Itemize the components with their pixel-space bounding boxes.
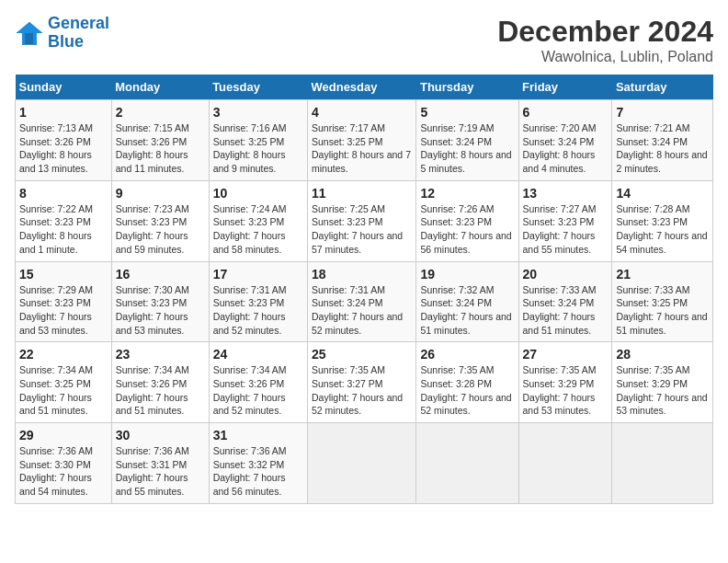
day-number: 26: [420, 347, 514, 362]
day-number: 6: [523, 105, 609, 120]
calendar-cell: 23 Sunrise: 7:34 AMSunset: 3:26 PMDaylig…: [111, 342, 209, 423]
day-info: Sunrise: 7:36 AMSunset: 3:31 PMDaylight:…: [116, 444, 205, 499]
day-number: 8: [19, 186, 108, 201]
day-number: 7: [616, 105, 709, 120]
day-info: Sunrise: 7:17 AMSunset: 3:25 PMDaylight:…: [312, 121, 412, 176]
day-number: 30: [116, 428, 205, 442]
day-info: Sunrise: 7:20 AMSunset: 3:24 PMDaylight:…: [523, 121, 609, 176]
day-number: 24: [213, 347, 303, 362]
calendar-cell: 15 Sunrise: 7:29 AMSunset: 3:23 PMDaylig…: [16, 261, 112, 342]
day-info: Sunrise: 7:28 AMSunset: 3:23 PMDaylight:…: [616, 202, 709, 257]
day-info: Sunrise: 7:35 AMSunset: 3:27 PMDaylight:…: [312, 363, 412, 418]
title-section: December 2024 Wawolnica, Lublin, Poland: [497, 15, 713, 65]
calendar-cell: 9 Sunrise: 7:23 AMSunset: 3:23 PMDayligh…: [111, 180, 209, 261]
calendar-cell: 4 Sunrise: 7:17 AMSunset: 3:25 PMDayligh…: [307, 100, 415, 181]
calendar-cell: 30 Sunrise: 7:36 AMSunset: 3:31 PMDaylig…: [111, 423, 209, 504]
day-info: Sunrise: 7:13 AMSunset: 3:26 PMDaylight:…: [19, 121, 108, 176]
logo-line1: General: [48, 14, 109, 32]
day-info: Sunrise: 7:26 AMSunset: 3:23 PMDaylight:…: [420, 202, 514, 257]
day-number: 5: [420, 105, 514, 120]
calendar-week-4: 22 Sunrise: 7:34 AMSunset: 3:25 PMDaylig…: [16, 342, 713, 423]
calendar-cell: 8 Sunrise: 7:22 AMSunset: 3:23 PMDayligh…: [16, 180, 112, 261]
day-number: 27: [523, 347, 609, 362]
weekday-header-friday: Friday: [518, 75, 612, 100]
day-info: Sunrise: 7:36 AMSunset: 3:32 PMDaylight:…: [213, 444, 303, 499]
calendar-cell: 5 Sunrise: 7:19 AMSunset: 3:24 PMDayligh…: [416, 100, 518, 181]
page-subtitle: Wawolnica, Lublin, Poland: [497, 49, 713, 65]
calendar-cell: 7 Sunrise: 7:21 AMSunset: 3:24 PMDayligh…: [612, 100, 713, 181]
weekday-header-row: SundayMondayTuesdayWednesdayThursdayFrid…: [16, 75, 713, 100]
calendar-week-2: 8 Sunrise: 7:22 AMSunset: 3:23 PMDayligh…: [16, 180, 713, 261]
day-info: Sunrise: 7:27 AMSunset: 3:23 PMDaylight:…: [523, 202, 609, 257]
calendar-cell: 17 Sunrise: 7:31 AMSunset: 3:23 PMDaylig…: [209, 261, 307, 342]
day-number: 22: [19, 347, 108, 362]
day-info: Sunrise: 7:32 AMSunset: 3:24 PMDaylight:…: [420, 283, 514, 338]
day-number: 23: [116, 347, 205, 362]
day-info: Sunrise: 7:24 AMSunset: 3:23 PMDaylight:…: [213, 202, 303, 257]
day-info: Sunrise: 7:25 AMSunset: 3:23 PMDaylight:…: [312, 202, 412, 257]
logo-icon: [15, 18, 44, 48]
day-number: 1: [19, 105, 108, 120]
calendar-cell: 6 Sunrise: 7:20 AMSunset: 3:24 PMDayligh…: [518, 100, 612, 181]
day-info: Sunrise: 7:29 AMSunset: 3:23 PMDaylight:…: [19, 283, 108, 338]
weekday-header-saturday: Saturday: [612, 75, 713, 100]
day-info: Sunrise: 7:35 AMSunset: 3:29 PMDaylight:…: [616, 363, 709, 418]
weekday-header-tuesday: Tuesday: [209, 75, 307, 100]
day-number: 10: [213, 186, 303, 201]
day-number: 4: [312, 105, 412, 120]
calendar-cell: 27 Sunrise: 7:35 AMSunset: 3:29 PMDaylig…: [518, 342, 612, 423]
calendar-cell: [518, 423, 612, 504]
day-number: 16: [116, 267, 205, 282]
calendar-cell: 16 Sunrise: 7:30 AMSunset: 3:23 PMDaylig…: [111, 261, 209, 342]
day-number: 2: [116, 105, 205, 120]
calendar-cell: [416, 423, 518, 504]
day-info: Sunrise: 7:19 AMSunset: 3:24 PMDaylight:…: [420, 121, 514, 176]
calendar-week-3: 15 Sunrise: 7:29 AMSunset: 3:23 PMDaylig…: [16, 261, 713, 342]
calendar-cell: 25 Sunrise: 7:35 AMSunset: 3:27 PMDaylig…: [307, 342, 415, 423]
weekday-header-wednesday: Wednesday: [307, 75, 415, 100]
calendar-table: SundayMondayTuesdayWednesdayThursdayFrid…: [15, 75, 713, 504]
day-number: 28: [616, 347, 709, 362]
calendar-week-5: 29 Sunrise: 7:36 AMSunset: 3:30 PMDaylig…: [16, 423, 713, 504]
calendar-cell: 22 Sunrise: 7:34 AMSunset: 3:25 PMDaylig…: [16, 342, 112, 423]
day-number: 11: [312, 186, 412, 201]
calendar-cell: 12 Sunrise: 7:26 AMSunset: 3:23 PMDaylig…: [416, 180, 518, 261]
page-title: December 2024: [497, 15, 713, 49]
calendar-cell: 3 Sunrise: 7:16 AMSunset: 3:25 PMDayligh…: [209, 100, 307, 181]
day-info: Sunrise: 7:34 AMSunset: 3:26 PMDaylight:…: [116, 363, 205, 418]
calendar-cell: 13 Sunrise: 7:27 AMSunset: 3:23 PMDaylig…: [518, 180, 612, 261]
calendar-cell: 14 Sunrise: 7:28 AMSunset: 3:23 PMDaylig…: [612, 180, 713, 261]
day-info: Sunrise: 7:34 AMSunset: 3:26 PMDaylight:…: [213, 363, 303, 418]
day-info: Sunrise: 7:35 AMSunset: 3:28 PMDaylight:…: [420, 363, 514, 418]
day-info: Sunrise: 7:30 AMSunset: 3:23 PMDaylight:…: [116, 283, 205, 338]
day-info: Sunrise: 7:35 AMSunset: 3:29 PMDaylight:…: [523, 363, 609, 418]
day-number: 14: [616, 186, 709, 201]
day-number: 20: [523, 267, 609, 282]
day-info: Sunrise: 7:21 AMSunset: 3:24 PMDaylight:…: [616, 121, 709, 176]
calendar-cell: 29 Sunrise: 7:36 AMSunset: 3:30 PMDaylig…: [16, 423, 112, 504]
day-info: Sunrise: 7:15 AMSunset: 3:26 PMDaylight:…: [116, 121, 205, 176]
logo-line2: Blue: [48, 32, 84, 51]
day-number: 13: [523, 186, 609, 201]
day-number: 18: [312, 267, 412, 282]
day-info: Sunrise: 7:22 AMSunset: 3:23 PMDaylight:…: [19, 202, 108, 257]
weekday-header-monday: Monday: [111, 75, 209, 100]
day-number: 3: [213, 105, 303, 120]
day-info: Sunrise: 7:31 AMSunset: 3:24 PMDaylight:…: [312, 283, 412, 338]
calendar-week-1: 1 Sunrise: 7:13 AMSunset: 3:26 PMDayligh…: [16, 100, 713, 181]
day-info: Sunrise: 7:33 AMSunset: 3:24 PMDaylight:…: [523, 283, 609, 338]
logo: General Blue: [15, 15, 109, 52]
calendar-cell: 24 Sunrise: 7:34 AMSunset: 3:26 PMDaylig…: [209, 342, 307, 423]
day-info: Sunrise: 7:16 AMSunset: 3:25 PMDaylight:…: [213, 121, 303, 176]
calendar-cell: 18 Sunrise: 7:31 AMSunset: 3:24 PMDaylig…: [307, 261, 415, 342]
calendar-cell: 21 Sunrise: 7:33 AMSunset: 3:25 PMDaylig…: [612, 261, 713, 342]
calendar-cell: [307, 423, 415, 504]
day-number: 29: [19, 428, 108, 442]
calendar-cell: 19 Sunrise: 7:32 AMSunset: 3:24 PMDaylig…: [416, 261, 518, 342]
calendar-cell: 10 Sunrise: 7:24 AMSunset: 3:23 PMDaylig…: [209, 180, 307, 261]
day-number: 15: [19, 267, 108, 282]
day-number: 9: [116, 186, 205, 201]
day-number: 21: [616, 267, 709, 282]
calendar-cell: 1 Sunrise: 7:13 AMSunset: 3:26 PMDayligh…: [16, 100, 112, 181]
day-info: Sunrise: 7:33 AMSunset: 3:25 PMDaylight:…: [616, 283, 709, 338]
